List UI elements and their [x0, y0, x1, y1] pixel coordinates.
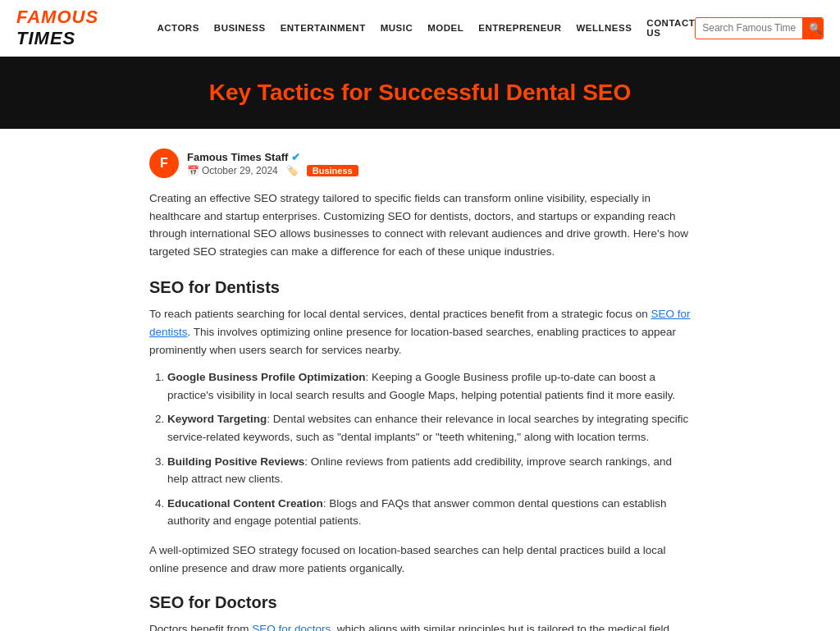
hero-banner: Key Tactics for Successful Dental SEO	[0, 57, 840, 129]
section2-heading: SEO for Doctors	[149, 593, 691, 612]
author-info: Famous Times Staff ✔ 📅 October 29, 2024 …	[187, 151, 358, 176]
list-item: Educational Content Creation: Blogs and …	[167, 495, 691, 530]
section1-heading: SEO for Dentists	[149, 278, 691, 297]
search-input[interactable]	[696, 19, 802, 37]
list-item-title: Educational Content Creation	[167, 497, 323, 510]
nav-music[interactable]: MUSIC	[381, 23, 413, 33]
nav-entrepreneur[interactable]: ENTREPRENEUR	[478, 23, 561, 33]
nav-wellness[interactable]: WELLNESS	[576, 23, 632, 33]
author-name-row: Famous Times Staff ✔	[187, 151, 358, 163]
author-name: Famous Times Staff	[187, 151, 288, 163]
list-item: Google Business Profile Optimization: Ke…	[167, 368, 691, 404]
list-item-title: Building Positive Reviews	[167, 455, 304, 468]
author-row: F Famous Times Staff ✔ 📅 October 29, 202…	[149, 149, 691, 178]
logo-famous: FAMOUS	[16, 7, 98, 27]
author-meta: 📅 October 29, 2024 🏷️ Business	[187, 165, 358, 176]
date-row: 📅 October 29, 2024	[187, 165, 278, 176]
calendar-icon: 📅	[187, 165, 199, 176]
list-item: Building Positive Reviews: Online review…	[167, 453, 691, 488]
list-item-title: Keyword Targeting	[167, 413, 267, 425]
section1-close: A well-optimized SEO strategy focused on…	[149, 542, 691, 577]
search-bar: 🔍	[695, 17, 824, 39]
category-tag-icon: 🏷️	[286, 165, 299, 176]
author-avatar: F	[149, 149, 179, 178]
list-item: Keyword Targeting: Dental websites can e…	[167, 410, 691, 446]
main-nav: ACTORS BUSINESS ENTERTAINMENT MUSIC MODE…	[157, 18, 695, 38]
nav-business[interactable]: BUSINESS	[214, 23, 266, 33]
publish-date: October 29, 2024	[202, 165, 278, 176]
list-item-title: Google Business Profile Optimization	[167, 371, 366, 383]
category-badge[interactable]: Business	[307, 165, 358, 176]
nav-actors[interactable]: ACTORS	[157, 23, 199, 33]
article-intro: Creating an effective SEO strategy tailo…	[149, 190, 691, 260]
article-content: F Famous Times Staff ✔ 📅 October 29, 202…	[133, 129, 707, 631]
nav-model[interactable]: MODEL	[427, 23, 463, 33]
section1-list: Google Business Profile Optimization: Ke…	[149, 368, 691, 530]
nav-entertainment[interactable]: ENTERTAINMENT	[281, 23, 366, 33]
logo-times: TIMES	[16, 28, 75, 48]
section1-intro: To reach patients searching for local de…	[149, 305, 691, 359]
search-button[interactable]: 🔍	[802, 18, 824, 39]
verified-icon: ✔	[291, 151, 300, 163]
site-logo[interactable]: FAMOUS TIMES	[16, 7, 157, 49]
article-hero-title: Key Tactics for Successful Dental SEO	[16, 80, 824, 106]
section2-intro: Doctors benefit from SEO for doctors, wh…	[149, 620, 691, 631]
doctors-link[interactable]: SEO for doctors	[252, 623, 331, 631]
dentists-link[interactable]: SEO for dentists	[149, 308, 691, 338]
nav-contact[interactable]: CONTACT US	[646, 18, 695, 38]
site-header: FAMOUS TIMES ACTORS BUSINESS ENTERTAINME…	[0, 0, 840, 57]
